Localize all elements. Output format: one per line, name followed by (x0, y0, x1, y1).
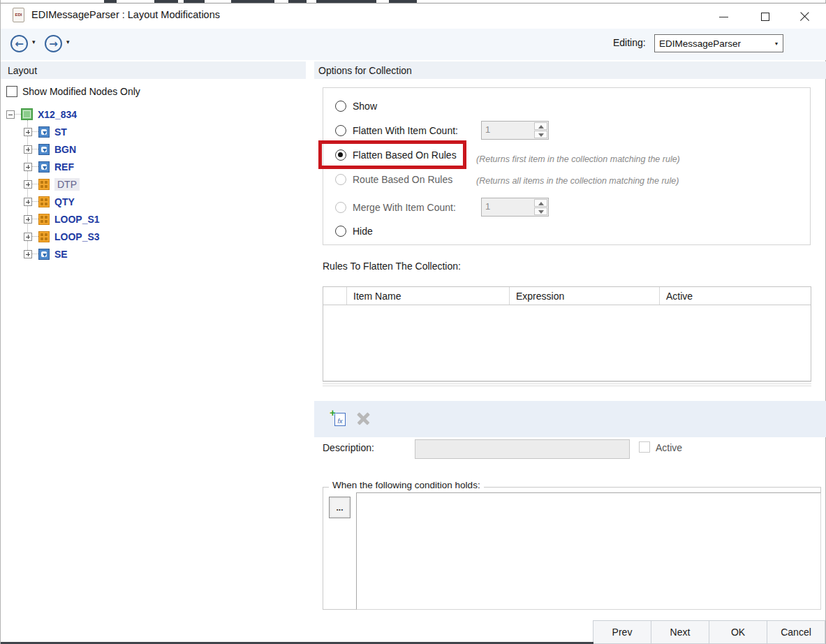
radio-route-based-on-rules[interactable]: Route Based On Rules (335, 174, 452, 185)
collection-node-icon (38, 196, 50, 207)
expand-icon[interactable] (24, 198, 32, 206)
cancel-button[interactable]: Cancel (767, 620, 825, 644)
rules-grid-scrollbar[interactable] (323, 381, 811, 388)
active-checkbox-label: Active (656, 442, 682, 453)
segment-node-icon (38, 126, 50, 138)
fx-rule-icon: fx (334, 413, 346, 426)
show-modified-label: Show Modified Nodes Only (22, 86, 140, 97)
layout-tree: X12_834 ST BGN REF DTP (1, 105, 301, 263)
segment-node-icon (38, 249, 50, 260)
condition-ellipsis-button[interactable]: ... (329, 497, 351, 518)
active-checkbox[interactable] (639, 441, 650, 453)
spinner-value: 1 (482, 122, 533, 139)
minimize-button[interactable] (711, 8, 735, 26)
radio-icon[interactable] (335, 125, 346, 136)
expand-icon[interactable] (24, 180, 32, 189)
plus-icon: + (330, 407, 336, 418)
add-rule-button[interactable]: fx + (330, 409, 348, 427)
window-title: EDIMessageParser : Layout Modifications (31, 9, 220, 20)
titlebar: EDI EDIMessageParser : Layout Modificati… (1, 3, 826, 29)
tree-node-ref[interactable]: REF (1, 158, 301, 175)
radio-icon[interactable] (335, 226, 346, 237)
show-modified-checkbox[interactable] (6, 86, 17, 97)
spinner-down-icon[interactable] (534, 207, 547, 215)
radio-icon[interactable] (335, 101, 346, 112)
editing-label: Editing: (613, 37, 646, 48)
editing-combobox-value: EDIMessageParser (655, 38, 775, 49)
description-label: Description: (323, 442, 374, 453)
column-header-expression: Expression (510, 287, 660, 305)
close-button[interactable] (792, 8, 816, 26)
back-button[interactable]: ← (10, 35, 28, 52)
collection-node-icon (38, 231, 50, 242)
collapse-icon[interactable] (6, 110, 15, 119)
back-arrow-icon: ← (15, 38, 24, 50)
combobox-caret-icon: ▾ (775, 41, 783, 47)
rules-grid-header: Item Name Expression Active (323, 287, 811, 305)
tree-node-loop-s3[interactable]: LOOP_S3 (1, 228, 301, 245)
forward-arrow-icon: → (49, 38, 58, 50)
prev-button[interactable]: Prev (593, 620, 651, 644)
expand-icon[interactable] (24, 163, 32, 171)
collection-node-icon (38, 214, 50, 225)
spinner-up-icon[interactable] (534, 199, 547, 207)
radio-icon-disabled (335, 174, 346, 185)
options-panel-header: Options for Collection (314, 61, 826, 79)
radio-flatten-with-item-count[interactable]: Flatten With Item Count: (335, 125, 458, 136)
route-rules-note: (Returns all items in the collection mat… (476, 176, 679, 186)
tree-node-loop-s1[interactable]: LOOP_S1 (1, 210, 301, 228)
row-selector-column-header (323, 287, 347, 305)
show-modified-nodes-row[interactable]: Show Modified Nodes Only (6, 86, 140, 97)
forward-button[interactable]: → (45, 35, 62, 52)
rule-toolbar: fx + (314, 401, 826, 437)
spinner-up-icon[interactable] (534, 122, 547, 130)
next-button[interactable]: Next (651, 620, 709, 644)
condition-textarea[interactable] (356, 492, 821, 610)
column-header-item-name: Item Name (347, 287, 510, 305)
radio-show[interactable]: Show (335, 101, 377, 112)
radio-hide[interactable]: Hide (335, 226, 373, 237)
tree-node-x12-834[interactable]: X12_834 (1, 105, 301, 123)
expand-icon[interactable] (24, 145, 32, 154)
expand-icon[interactable] (24, 215, 32, 224)
tree-node-se[interactable]: SE (1, 245, 301, 263)
radio-merge-with-item-count[interactable]: Merge With Item Count: (335, 202, 456, 213)
flatten-item-count-spinner: 1 (481, 121, 549, 140)
expand-icon[interactable] (24, 233, 32, 241)
layout-modifications-window: EDI EDIMessageParser : Layout Modificati… (0, 0, 826, 644)
description-input[interactable] (415, 439, 630, 459)
flatten-rules-note: (Returns first item in the collection ma… (476, 154, 680, 164)
column-header-active: Active (660, 287, 811, 305)
rules-grid[interactable]: Item Name Expression Active (323, 286, 811, 381)
minimize-icon (719, 17, 728, 17)
forward-dropdown-caret-icon[interactable]: ▾ (66, 38, 70, 45)
navigation-toolbar: ← ▾ → ▾ Editing: EDIMessageParser ▾ (1, 29, 826, 60)
maximize-button[interactable] (753, 8, 777, 26)
condition-groupbox-title: When the following condition holds: (329, 480, 484, 490)
tree-node-bgn[interactable]: BGN (1, 140, 301, 158)
segment-node-icon (38, 144, 50, 155)
editing-combobox[interactable]: EDIMessageParser ▾ (654, 34, 783, 52)
footer-buttons: Prev Next OK Cancel (593, 620, 825, 644)
back-dropdown-caret-icon[interactable]: ▾ (32, 38, 36, 45)
rules-section-title: Rules To Flatten The Collection: (323, 261, 461, 272)
ok-button[interactable]: OK (709, 620, 767, 644)
collection-options-group: Show Flatten With Item Count: 1 Flatten … (323, 87, 811, 245)
radio-icon-disabled (335, 202, 346, 213)
collection-node-icon (38, 179, 50, 190)
maximize-icon (761, 13, 769, 21)
expand-icon[interactable] (24, 250, 32, 258)
tree-node-st[interactable]: ST (1, 123, 301, 140)
radio-icon-selected[interactable] (335, 149, 346, 161)
spinner-down-icon[interactable] (534, 131, 547, 138)
expand-icon[interactable] (24, 128, 32, 136)
message-node-icon (21, 108, 33, 120)
radio-flatten-based-on-rules[interactable]: Flatten Based On Rules (335, 149, 457, 161)
merge-item-count-spinner: 1 (481, 198, 549, 217)
tree-node-qty[interactable]: QTY (1, 193, 301, 210)
delete-rule-button[interactable] (355, 410, 371, 427)
layout-panel-header: Layout (1, 61, 306, 79)
segment-node-icon (38, 161, 50, 173)
tree-node-dtp[interactable]: DTP (1, 175, 301, 193)
edi-document-icon: EDI (13, 8, 24, 22)
